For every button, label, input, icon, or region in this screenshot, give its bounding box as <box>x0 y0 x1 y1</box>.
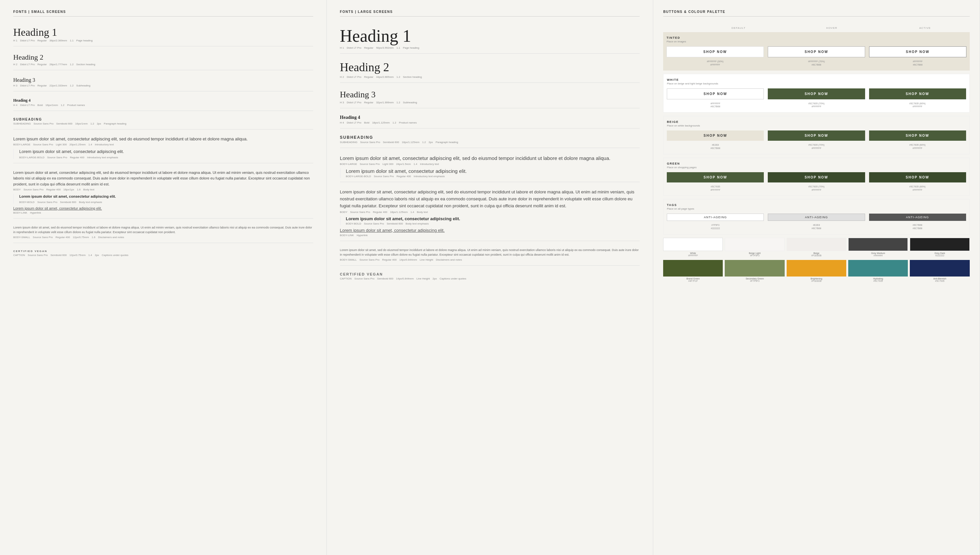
swatch-brand-green-box <box>663 260 723 276</box>
brand-swatch-row: Brand Green #4F7F1F Secondary Green #F7F… <box>663 260 970 282</box>
body-link-small-section: Lorem ipsum dolor sit amet, consectetur … <box>13 206 313 214</box>
col-hover: HOVER <box>787 26 877 29</box>
heading3-large: Heading 3 <box>340 90 640 99</box>
beige-active-btn[interactable]: SHOP NOW <box>869 130 966 141</box>
white-btn-row: SHOP NOW SHOP NOW SHOP NOW <box>667 88 966 99</box>
white-section: WHITE Place on beige and light beige bac… <box>663 74 970 113</box>
heading1-small-meta: H 1 Didot LT Pro Regular 38px/2.369rem 1… <box>13 39 313 42</box>
panel-fonts-small: FONTS | SMALL SCREENS Heading 1 H 1 Dido… <box>0 0 327 555</box>
body-large-small-text: Lorem ipsum dolor sit amet, consectetur … <box>13 136 313 142</box>
tinted-active-btn[interactable]: SHOP NOW <box>869 47 966 57</box>
swatch-brightening-hex: #F1EEEB <box>812 280 822 282</box>
body-bold-small-text: Lorem ipsum dolor sit amet, consectetur … <box>19 194 313 200</box>
swatch-grey-dark-hex: #222222 <box>935 254 944 257</box>
tags-section: TAGS Place on all page types ANTI-AGEING… <box>663 199 970 234</box>
tinted-btn-row: SHOP NOW SHOP NOW SHOP NOW <box>666 47 966 57</box>
swatch-secondary-green-box <box>725 260 784 276</box>
tinted-subtitle: Place on images <box>666 40 966 43</box>
swatch-beige-box <box>787 238 846 251</box>
neutral-swatches: White #FFFFFF Beige Light #F7F5F3 Beige … <box>663 238 970 257</box>
green-section: GREEN Place on shopping pages SHOP NOW S… <box>663 158 970 196</box>
green-label: GREEN <box>667 162 966 165</box>
body-link-small-text: Lorem ipsum dolor sit amet, consectetur … <box>13 206 313 210</box>
tags-label: TAGS <box>667 203 966 207</box>
caption-small-section: CERTIFIED VEGAN CAPTION Source Sans Pro … <box>13 250 313 257</box>
panel-fonts-large: FONTS | LARGE SCREENS Heading 1 H 1 Dido… <box>327 0 653 555</box>
beige-default-btn[interactable]: SHOP NOW <box>667 130 764 141</box>
swatch-anti-blemish: Anti-Blemish #5C7935 <box>910 260 969 282</box>
swatch-brightening-box <box>787 260 846 276</box>
col-default: DEFAULT <box>694 26 783 29</box>
body-small-large-text: Lorem ipsum dolor sit amet, sed do eiusm… <box>340 248 640 257</box>
body-large-bold-small-text: Lorem ipsum dolor sit amet, consectetur … <box>19 149 313 155</box>
beige-code-hover: #5C7835 (70%)#FFFFFF <box>768 143 865 150</box>
white-code-hover: #5C7835 (70%)#FFFFFF <box>768 102 865 109</box>
white-hover-btn[interactable]: SHOP NOW <box>768 88 865 99</box>
swatch-beige-hex: #F1EEEB <box>812 254 822 257</box>
swatch-anti-blemish-hex: #5C7935 <box>935 280 944 282</box>
swatch-beige-light-label: Beige Light <box>749 252 761 254</box>
swatch-brightening-label: Brightening <box>810 278 822 280</box>
tag-default-btn[interactable]: ANTI-AGEING <box>667 213 764 221</box>
h1-lh: 1.1 <box>70 39 74 42</box>
beige-hover-btn[interactable]: SHOP NOW <box>768 130 865 141</box>
green-active-btn[interactable]: SHOP NOW <box>869 172 966 183</box>
caption-large-text: CERTIFIED VEGAN <box>340 272 640 276</box>
h1-size: 38px/2.369rem <box>49 39 67 42</box>
caption-small-text: CERTIFIED VEGAN <box>13 250 313 253</box>
swatch-hydrating-box <box>848 260 908 276</box>
green-default-btn[interactable]: SHOP NOW <box>667 172 764 183</box>
tinted-section: TINTED Place on images SHOP NOW SHOP NOW… <box>663 32 970 71</box>
neutral-swatch-row: White #FFFFFF Beige Light #F7F5F3 Beige … <box>663 238 970 257</box>
body-small-section: Lorem ipsum dolor sit amet, consectetur … <box>13 170 313 218</box>
body-large-section-text: Lorem ipsum dolor sit amet, consectetur … <box>340 189 640 209</box>
swatch-beige: Beige #F1EEEB <box>787 238 846 257</box>
swatch-anti-blemish-label: Anti-Blemish <box>933 278 946 280</box>
green-codes-row: #5C7835#FFFFFF #5C7835 (70%)#FFFFFF #5C7… <box>667 184 966 192</box>
swatch-beige-light-hex: #F7F5F3 <box>750 254 759 257</box>
white-active-btn[interactable]: SHOP NOW <box>869 88 966 99</box>
beige-label: BEIGE <box>667 120 966 124</box>
swatch-grey-dark-box <box>910 238 969 251</box>
subheading-small-section: SUBHEADING SUBHEADING Source Sans Pro Se… <box>13 117 313 130</box>
h1-weight: Regular <box>37 39 47 42</box>
subheading-large-label: SUBHEADING <box>340 135 640 140</box>
swatch-grey-medium-label: Grey Medium <box>871 252 885 254</box>
panel1-title: FONTS | SMALL SCREENS <box>13 10 313 16</box>
body-bold-small-section: Lorem ipsum dolor sit amet, consectetur … <box>13 194 313 204</box>
tag-code-default: #7F5F3#222222 <box>667 223 764 230</box>
swatch-grey-medium-box <box>848 238 908 251</box>
body-bold-large-text: Lorem ipsum dolor sit amet, consectetur … <box>346 216 640 221</box>
swatch-secondary-green-hex: #F7F5F3 <box>750 280 759 282</box>
heading3-small: Heading 3 <box>13 77 313 83</box>
green-code-active: #5C7835 (80%)#FFFFFF <box>869 185 966 192</box>
green-hover-btn[interactable]: SHOP NOW <box>768 172 865 183</box>
heading4-small: Heading 4 <box>13 98 313 103</box>
tinted-default-btn[interactable]: SHOP NOW <box>666 47 764 57</box>
heading3-small-meta: H 3 Didot LT Pro Regular 22px/1.333rem 1… <box>13 84 313 87</box>
swatch-white-box <box>663 238 723 251</box>
white-label: WHITE <box>667 78 966 82</box>
white-code-active: #5C7835 (80%)#FFFFFF <box>869 102 966 109</box>
tag-active-btn[interactable]: ANTI-AGEING <box>869 213 966 221</box>
subheading-small-label: SUBHEADING <box>13 117 313 121</box>
btn-col-headers: DEFAULT HOVER ACTIVE <box>663 26 970 29</box>
tag-code-active: #6C7B68#6C7B68 <box>869 223 966 230</box>
tinted-hover-btn[interactable]: SHOP NOW <box>768 47 865 57</box>
heading2-small: Heading 2 <box>13 53 313 62</box>
h1-font: Didot LT Pro <box>20 39 35 42</box>
beige-codes-row: #E2E8#6C7B68 #5C7835 (70%)#FFFFFF #5C783… <box>667 142 966 150</box>
panel-buttons-colors: BUTTONS & COLOUR PALETTE DEFAULT HOVER A… <box>653 0 980 555</box>
h1-tag: H 1 <box>13 39 17 42</box>
white-code-default: #FFFFFF#6C7B68 <box>667 102 764 109</box>
swatch-brand-green: Brand Green #4F7F1F <box>663 260 723 282</box>
body-large-bold-large-text: Lorem ipsum dolor sit amet, consectetur … <box>346 168 640 174</box>
panel2-title: FONTS | LARGE SCREENS <box>340 10 640 16</box>
swatch-brand-green-hex: #4F7F1F <box>688 280 698 282</box>
heading4-small-section: Heading 4 H 4 Didot LT Pro Bold 16px/1re… <box>13 98 313 111</box>
heading2-large: Heading 2 <box>340 60 640 74</box>
tinted-codes-row: #FFFFFF (30%)#FFFFFF #FFFFFF (70%)#6C7B6… <box>666 59 966 67</box>
white-default-btn[interactable]: SHOP NOW <box>667 88 764 99</box>
beige-code-active: #5C7835 (80%)#FFFFFF <box>869 143 966 150</box>
tag-hover-btn[interactable]: ANTI-AGEING <box>768 213 865 221</box>
